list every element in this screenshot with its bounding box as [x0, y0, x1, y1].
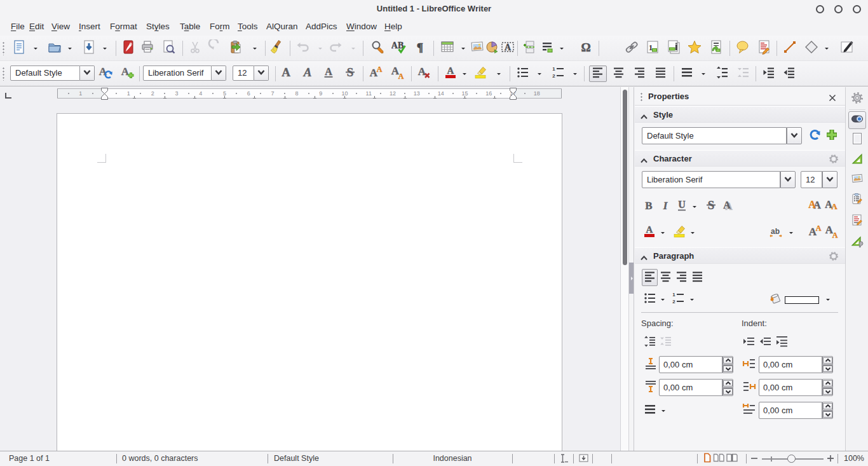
sidebar-close-button[interactable]: [829, 93, 836, 100]
menu-insert[interactable]: Insert: [79, 18, 100, 36]
multi-page-view-button[interactable]: [712, 453, 725, 465]
background-color-dropdown[interactable]: [824, 291, 832, 308]
left-indent-marker[interactable]: [101, 88, 108, 100]
subscript-button[interactable]: AA: [388, 65, 406, 82]
below-spacing-field[interactable]: 0,00 cm: [659, 379, 722, 396]
cross-reference-button[interactable]: [707, 40, 725, 57]
print-button[interactable]: [139, 40, 156, 57]
ordered-list-dropdown[interactable]: [688, 291, 696, 308]
insert-field-button[interactable]: [538, 40, 556, 57]
line-spacing-dropdown[interactable]: [699, 65, 708, 82]
sidebar-drag-handle[interactable]: [641, 92, 642, 101]
above-spacing-field[interactable]: 0,00 cm: [659, 356, 722, 373]
tab-stop-selector[interactable]: [4, 90, 12, 97]
sidebar-underline-button[interactable]: U: [674, 198, 689, 215]
find-replace-button[interactable]: [369, 40, 386, 57]
font-size-input[interactable]: 12: [233, 65, 254, 81]
sidebar-align-right-button[interactable]: [674, 269, 689, 286]
decrease-indent-button[interactable]: [780, 65, 798, 82]
save-dropdown[interactable]: [100, 40, 109, 57]
paste-button[interactable]: [227, 40, 245, 57]
font-name-dropdown[interactable]: [212, 65, 226, 81]
paragraph-style-input[interactable]: Default Style: [10, 65, 80, 81]
superscript-button[interactable]: AA: [367, 65, 384, 82]
after-indent-field[interactable]: 0,00 cm: [759, 379, 822, 396]
comment-button[interactable]: [734, 40, 752, 57]
paragraph-spacing-off-button[interactable]: [658, 334, 674, 351]
paste-dropdown[interactable]: [250, 40, 259, 57]
redo-dropdown[interactable]: [349, 40, 358, 57]
sidebar-justify-button[interactable]: [689, 269, 705, 286]
spin-up-button[interactable]: [822, 379, 833, 388]
sidebar-align-left-button[interactable]: [642, 269, 658, 286]
spin-up-button[interactable]: [722, 379, 733, 388]
underline-dropdown[interactable]: [690, 198, 698, 215]
highlight-color-button[interactable]: [471, 65, 489, 82]
menu-styles[interactable]: Styles: [146, 18, 170, 36]
word-count[interactable]: 0 words, 0 characters: [122, 451, 198, 466]
menu-table[interactable]: Table: [180, 18, 200, 36]
formatting-marks-button[interactable]: ¶: [411, 40, 429, 57]
unordered-list-dropdown[interactable]: [535, 65, 544, 82]
horizontal-ruler[interactable]: 1123456789101112131415161718: [57, 88, 562, 99]
basic-shapes-button[interactable]: [803, 40, 820, 57]
menu-addpics[interactable]: AddPics: [306, 18, 337, 36]
increase-indent-button[interactable]: [760, 65, 778, 82]
below-spacing-spinner[interactable]: [722, 379, 733, 396]
spin-up-button[interactable]: [822, 356, 833, 365]
menu-alquran[interactable]: AlQuran: [266, 18, 298, 36]
increase-paragraph-spacing-button[interactable]: [714, 65, 731, 82]
sidebar-unordered-list-button[interactable]: [642, 291, 658, 308]
before-indent-spinner[interactable]: [822, 356, 833, 373]
track-changes-button[interactable]: [755, 40, 773, 57]
clone-formatting-button[interactable]: [268, 40, 286, 57]
style-section-header[interactable]: Style: [635, 106, 845, 123]
page-style[interactable]: Default Style: [274, 451, 319, 466]
menu-tools[interactable]: Tools: [238, 18, 258, 36]
document-page[interactable]: [57, 113, 562, 451]
font-size-dropdown[interactable]: [254, 65, 269, 81]
save-button[interactable]: [80, 40, 98, 57]
bold-button[interactable]: A: [277, 65, 295, 82]
page-break-button[interactable]: [521, 40, 539, 57]
cut-button[interactable]: [186, 40, 204, 57]
sidebar-font-name-input[interactable]: Liberation Serif: [642, 171, 780, 188]
insert-mode-indicator[interactable]: [558, 453, 569, 465]
basic-shapes-dropdown[interactable]: [822, 40, 831, 57]
sidebar-tab-page[interactable]: [848, 131, 866, 149]
sidebar-increase-indent-button[interactable]: [741, 334, 757, 351]
sidebar-shadow-button[interactable]: AA: [719, 198, 735, 215]
line-spacing-button[interactable]: [678, 65, 696, 82]
toolbar-drag-handle[interactable]: [3, 41, 4, 55]
update-style-button[interactable]: A: [97, 65, 114, 82]
align-left-button[interactable]: [589, 65, 607, 82]
right-indent-marker[interactable]: [510, 88, 517, 100]
menu-file[interactable]: File: [11, 18, 25, 36]
draw-functions-button[interactable]: [838, 40, 856, 57]
font-color-dropdown[interactable]: [460, 65, 469, 82]
first-line-indent-field[interactable]: 0,00 cm: [759, 402, 822, 419]
new-document-button[interactable]: [10, 40, 28, 57]
sidebar-tab-properties[interactable]: [848, 111, 866, 129]
spelling-button[interactable]: AB: [390, 40, 408, 57]
align-center-button[interactable]: [610, 65, 628, 82]
first-line-indent-spinner[interactable]: [822, 402, 833, 419]
open-button[interactable]: [46, 40, 64, 57]
character-spacing-dropdown[interactable]: [787, 224, 795, 241]
increase-font-size-button[interactable]: AA: [806, 198, 822, 215]
spin-down-button[interactable]: [822, 388, 833, 397]
zoom-level[interactable]: 100%: [843, 451, 864, 466]
style-select-dropdown[interactable]: [787, 127, 802, 144]
sidebar-font-size-input[interactable]: 12: [801, 171, 822, 188]
sidebar-strikethrough-button[interactable]: S: [703, 198, 719, 215]
sidebar-tab-manage-changes[interactable]: [848, 212, 866, 230]
font-color-button[interactable]: A: [442, 65, 459, 82]
before-indent-field[interactable]: 0,00 cm: [759, 356, 822, 373]
strikethrough-button[interactable]: S: [341, 65, 359, 82]
selection-mode-indicator[interactable]: [578, 453, 589, 465]
decrease-font-size-button[interactable]: AA: [823, 198, 839, 215]
menu-form[interactable]: Form: [210, 18, 230, 36]
style-select-input[interactable]: Default Style: [642, 127, 787, 144]
ordered-list-button[interactable]: 12: [550, 65, 567, 82]
page-count[interactable]: Page 1 of 1: [9, 451, 50, 466]
